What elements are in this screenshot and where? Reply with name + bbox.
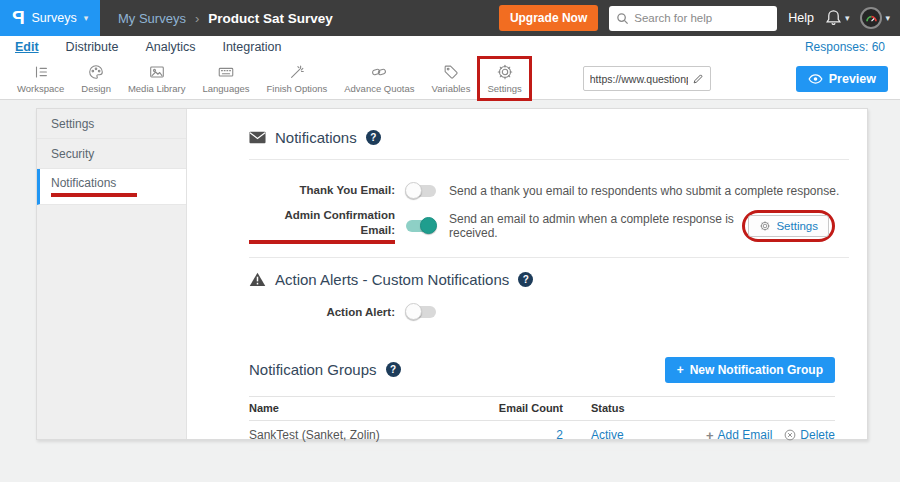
settings-panel: Settings Security Notifications Notifica… xyxy=(36,108,868,440)
notification-groups-table: Name Email Count Status SankTest (Sanket… xyxy=(249,396,835,451)
thank-you-email-toggle[interactable] xyxy=(406,185,436,197)
divider xyxy=(249,159,849,160)
preview-button[interactable]: Preview xyxy=(796,66,888,92)
image-icon xyxy=(148,63,166,81)
delete-link[interactable]: Delete xyxy=(784,428,835,442)
responses-count[interactable]: Responses: 60 xyxy=(805,40,885,54)
chain-link-icon xyxy=(370,63,388,81)
email-count-link[interactable]: 2 xyxy=(556,428,563,442)
chevron-down-icon: ▾ xyxy=(885,14,890,23)
help-icon[interactable]: ? xyxy=(386,362,401,377)
divider xyxy=(249,257,849,258)
breadcrumb-my-surveys[interactable]: My Surveys xyxy=(118,11,186,26)
tab-analytics[interactable]: Analytics xyxy=(145,40,195,54)
tab-edit[interactable]: Edit xyxy=(15,40,39,54)
tab-integration[interactable]: Integration xyxy=(222,40,281,54)
edit-toolbar: Workspace Design Media Library Languages… xyxy=(0,58,900,100)
toolbar-item-media-library[interactable]: Media Library xyxy=(123,61,191,96)
page-title: Product Sat Survey xyxy=(208,11,333,26)
admin-confirmation-email-toggle[interactable] xyxy=(406,220,436,232)
notifications-section-heading: Notifications ? xyxy=(249,129,849,146)
admin-confirmation-email-row: Admin Confirmation Email: Send an email … xyxy=(249,208,849,244)
questionpro-logo-icon: P xyxy=(12,7,25,29)
gear-icon xyxy=(496,63,514,81)
thank-you-email-label: Thank You Email: xyxy=(249,183,395,198)
upgrade-now-button[interactable]: Upgrade Now xyxy=(499,5,598,31)
red-underline-annotation xyxy=(51,193,137,197)
notifications-bell-button[interactable]: ▾ xyxy=(825,9,850,27)
toolbar-item-finish-options[interactable]: Finish Options xyxy=(262,61,333,96)
red-box-annotation: Settings xyxy=(742,210,835,242)
new-notification-group-button[interactable]: + New Notification Group xyxy=(665,357,835,383)
table-row: SankTest (Sanket, Zolin) 2 Active + Add … xyxy=(249,421,835,451)
toolbar-item-variables[interactable]: Variables xyxy=(427,61,476,96)
help-icon[interactable]: ? xyxy=(518,272,533,287)
circle-x-icon xyxy=(784,429,796,441)
sidebar-item-security[interactable]: Security xyxy=(37,139,186,169)
survey-url-field[interactable] xyxy=(583,66,711,91)
thank-you-email-description: Send a thank you email to respondents wh… xyxy=(449,184,839,198)
gear-icon xyxy=(759,220,771,232)
help-icon[interactable]: ? xyxy=(366,130,381,145)
settings-sidebar: Settings Security Notifications xyxy=(37,109,187,439)
search-icon xyxy=(616,12,629,25)
page-background: Settings Security Notifications Notifica… xyxy=(0,108,900,482)
toolbar-item-languages[interactable]: Languages xyxy=(197,61,254,96)
action-alert-toggle[interactable] xyxy=(406,306,436,318)
add-email-link[interactable]: + Add Email xyxy=(706,428,772,443)
palette-icon xyxy=(87,63,105,81)
survey-url-input[interactable] xyxy=(590,73,688,85)
chevron-down-icon: ▾ xyxy=(84,14,89,23)
column-header-name: Name xyxy=(249,402,471,414)
group-name: SankTest (Sanket, Zolin) xyxy=(249,428,471,442)
keyboard-icon xyxy=(217,63,235,81)
admin-confirmation-email-description: Send an email to admin when a complete r… xyxy=(449,212,742,240)
eye-icon xyxy=(808,74,823,84)
action-alert-row: Action Alert: xyxy=(249,295,849,330)
help-link[interactable]: Help xyxy=(788,11,814,25)
toolbar-item-design[interactable]: Design xyxy=(76,61,116,96)
sidebar-item-notifications[interactable]: Notifications xyxy=(37,169,186,205)
notifications-content: Notifications ? Thank You Email: Send a … xyxy=(187,109,867,439)
avatar xyxy=(860,7,882,29)
top-bar: P Surveys ▾ My Surveys › Product Sat Sur… xyxy=(0,0,900,36)
column-header-status: Status xyxy=(563,402,667,414)
magic-wand-icon xyxy=(288,63,306,81)
surveys-menu[interactable]: P Surveys ▾ xyxy=(0,0,100,36)
section-title: Notifications xyxy=(275,129,357,146)
table-header-row: Name Email Count Status xyxy=(249,396,835,421)
notification-groups-heading: Notification Groups ? + New Notification… xyxy=(249,357,849,383)
help-search[interactable] xyxy=(609,6,777,31)
plus-icon: + xyxy=(706,428,714,443)
chevron-down-icon: ▾ xyxy=(845,14,850,23)
account-menu-button[interactable]: ▾ xyxy=(860,7,890,29)
envelope-icon xyxy=(249,131,266,144)
edit-pencil-icon[interactable] xyxy=(692,73,704,85)
admin-confirmation-email-label: Admin Confirmation Email: xyxy=(249,208,395,244)
tab-distribute[interactable]: Distribute xyxy=(66,40,119,54)
status-link[interactable]: Active xyxy=(591,428,624,442)
breadcrumb-separator: › xyxy=(195,11,199,26)
admin-email-settings-button[interactable]: Settings xyxy=(748,215,829,237)
column-header-email-count: Email Count xyxy=(471,402,563,414)
workspace-icon xyxy=(32,63,50,81)
breadcrumb: My Surveys › Product Sat Survey xyxy=(118,11,333,26)
survey-tabs: Edit Distribute Analytics Integration Re… xyxy=(0,36,900,58)
surveys-menu-label: Surveys xyxy=(32,11,77,25)
tag-icon xyxy=(442,63,460,81)
toolbar-item-settings[interactable]: Settings xyxy=(482,61,526,96)
red-underline-annotation xyxy=(249,240,395,244)
toolbar-item-advance-quotas[interactable]: Advance Quotas xyxy=(339,61,419,96)
thank-you-email-row: Thank You Email: Send a thank you email … xyxy=(249,173,849,208)
section-title: Action Alerts - Custom Notifications xyxy=(275,271,509,288)
warning-triangle-icon xyxy=(249,272,266,287)
bell-icon xyxy=(825,9,842,27)
search-input[interactable] xyxy=(634,12,770,24)
action-alerts-section-heading: Action Alerts - Custom Notifications ? xyxy=(249,271,849,288)
sidebar-item-settings[interactable]: Settings xyxy=(37,109,186,139)
plus-icon: + xyxy=(677,363,684,377)
toolbar-item-workspace[interactable]: Workspace xyxy=(12,61,69,96)
action-alert-label: Action Alert: xyxy=(249,305,395,320)
section-title: Notification Groups xyxy=(249,361,377,378)
